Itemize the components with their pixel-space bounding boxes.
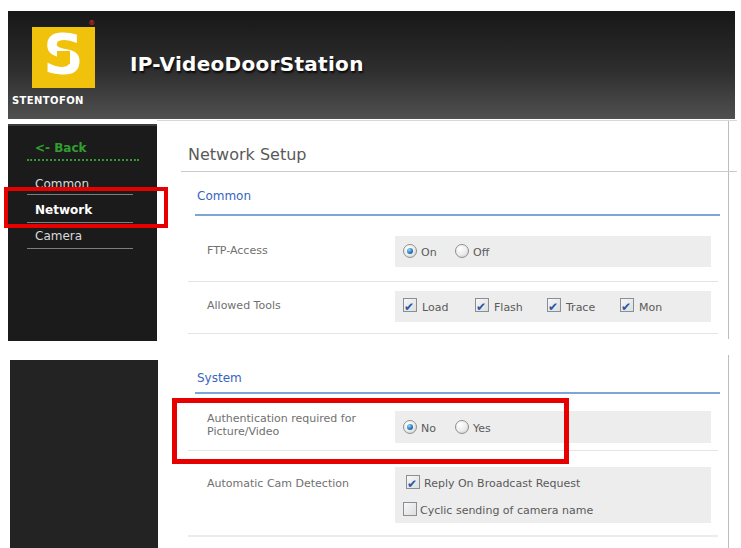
trace-checkbox[interactable] <box>547 298 561 312</box>
sidebar: <- Back Common Network Camera <box>8 124 157 341</box>
load-label[interactable]: Load <box>422 301 448 314</box>
sidebar-divider <box>27 248 133 249</box>
sidebar-item-camera[interactable]: Camera <box>35 229 145 243</box>
content-top-border <box>157 120 737 121</box>
flash-label[interactable]: Flash <box>494 301 523 314</box>
page-title-divider <box>181 171 737 172</box>
annotation-highlight-network-item <box>4 187 168 228</box>
ftp-on-radio[interactable] <box>403 244 417 258</box>
sidebar-lower-block <box>10 360 158 548</box>
page-header-title: IP-VideoDoorStation <box>130 52 364 76</box>
cam-detection-option-box: Reply On Broadcast Request Cyclic sendin… <box>395 467 711 523</box>
header: S ® STENTOFON IP-VideoDoorStation <box>8 11 735 119</box>
allowed-tools-label: Allowed Tools <box>207 299 281 312</box>
ftp-access-label: FTP-Access <box>207 244 268 257</box>
ftp-off-label[interactable]: Off <box>473 246 489 259</box>
row-divider <box>188 535 718 537</box>
section-heading-common: Common <box>197 189 251 203</box>
section-underline-common <box>195 214 720 216</box>
row-divider <box>188 333 718 334</box>
trace-label[interactable]: Trace <box>566 301 595 314</box>
mon-label[interactable]: Mon <box>639 301 662 314</box>
load-checkbox[interactable] <box>403 298 417 312</box>
ftp-off-radio[interactable] <box>455 244 469 258</box>
brand-name: STENTOFON <box>12 95 104 106</box>
automatic-cam-detection-label: Automatic Cam Detection <box>207 477 349 490</box>
back-separator-dotted <box>27 159 139 161</box>
section-heading-system: System <box>197 371 242 385</box>
row-divider <box>188 281 718 282</box>
ftp-on-label[interactable]: On <box>421 246 437 259</box>
cyclic-sending-checkbox[interactable] <box>403 502 417 516</box>
allowed-tools-option-box: Load Flash Trace Mon <box>395 291 711 322</box>
ip-videodoorstation-page: S ® STENTOFON IP-VideoDoorStation <- Bac… <box>0 0 741 548</box>
mon-checkbox[interactable] <box>620 298 634 312</box>
window-right-border <box>728 355 729 548</box>
ftp-access-option-box: On Off <box>395 236 711 267</box>
back-link[interactable]: <- Back <box>35 141 87 155</box>
reply-broadcast-checkbox[interactable] <box>406 475 420 489</box>
stentofon-logo: S <box>32 27 95 88</box>
section-underline-system <box>195 392 720 394</box>
window-right-border <box>728 121 729 339</box>
page-title: Network Setup <box>188 145 306 164</box>
registered-trademark-mark: ® <box>88 19 95 27</box>
cyclic-sending-label[interactable]: Cyclic sending of camera name <box>420 504 593 517</box>
annotation-highlight-authentication-row <box>172 398 569 464</box>
flash-checkbox[interactable] <box>475 298 489 312</box>
reply-broadcast-label[interactable]: Reply On Broadcast Request <box>424 477 580 490</box>
logo-center-square <box>57 51 70 64</box>
